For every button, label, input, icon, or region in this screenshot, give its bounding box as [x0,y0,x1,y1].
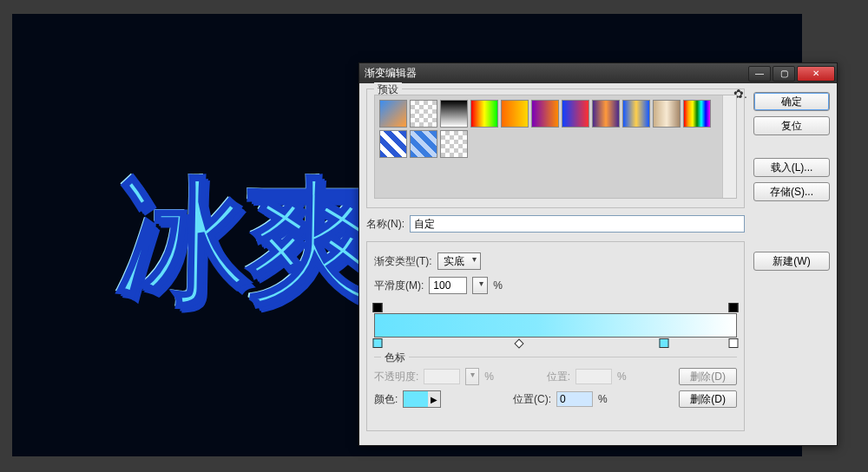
reset-button[interactable]: 复位 [753,116,830,135]
opacity-pos-label: 位置: [547,370,570,384]
smooth-input[interactable] [429,277,467,294]
preset-swatch[interactable] [440,100,468,128]
opacity-input [424,369,460,384]
load-button[interactable]: 载入(L)... [753,158,830,177]
smooth-dropdown[interactable] [472,277,488,294]
gradient-editor-dialog: 渐变编辑器 — ▢ ✕ 预设 ✿. [358,62,838,446]
color-stop[interactable] [373,338,383,348]
presets-box [374,95,737,199]
presets-scrollbar[interactable] [722,95,736,198]
preset-swatch[interactable] [562,100,589,128]
chevron-right-icon[interactable]: ▶ [428,395,440,404]
opacity-stop[interactable] [373,303,383,312]
preset-swatch[interactable] [622,100,650,128]
presets-group: 预设 ✿. [366,88,745,208]
color-pos-input[interactable] [556,391,593,407]
percent-label: % [493,279,503,292]
color-chip[interactable]: ▶ [403,390,441,408]
preset-swatch[interactable] [440,130,468,158]
canvas-text: 冰爽 [115,174,377,309]
window-close-button[interactable]: ✕ [797,66,835,82]
stops-label: 色标 [381,351,409,365]
ok-button[interactable]: 确定 [753,92,830,111]
preset-swatch[interactable] [531,100,559,128]
color-stop[interactable] [660,338,669,348]
window-maximize-button[interactable]: ▢ [773,66,795,82]
opacity-pos-input [575,369,612,384]
preset-swatch[interactable] [379,130,407,158]
color-row-label: 颜色: [374,392,398,407]
opacity-row-label: 不透明度: [374,370,418,384]
save-button[interactable]: 存储(S)... [753,182,830,201]
name-input[interactable] [410,215,745,233]
preset-swatch[interactable] [410,130,437,158]
type-select[interactable]: 实底 [437,252,481,270]
preset-swatch[interactable] [653,100,681,128]
opacity-dropdown [465,368,479,385]
gradient-editor-area [374,303,737,348]
titlebar[interactable]: 渐变编辑器 — ▢ ✕ [359,63,837,83]
midpoint-diamond[interactable] [515,338,524,348]
color-delete-button[interactable]: 删除(D) [679,390,737,408]
name-label: 名称(N): [366,217,404,232]
new-button[interactable]: 新建(W) [753,252,830,271]
preset-swatch[interactable] [470,100,498,128]
type-label: 渐变类型(T): [374,254,432,269]
gradient-track[interactable] [374,313,737,338]
opacity-stop[interactable] [728,303,738,312]
preset-swatch[interactable] [379,100,407,128]
dialog-title: 渐变编辑器 [365,66,746,81]
window-minimize-button[interactable]: — [748,66,771,82]
smooth-label: 平滑度(M): [374,279,424,293]
preset-swatch[interactable] [592,100,620,128]
gradient-params-group: 渐变类型(T): 实底 平滑度(M): % [366,241,745,431]
color-pos-label: 位置(C): [513,392,551,407]
preset-swatch[interactable] [683,100,711,128]
preset-swatch[interactable] [501,100,529,128]
color-chip-fill [404,391,428,407]
opacity-delete-button: 删除(D) [679,368,737,385]
preset-swatch[interactable] [410,100,437,128]
color-stop[interactable] [728,338,738,348]
